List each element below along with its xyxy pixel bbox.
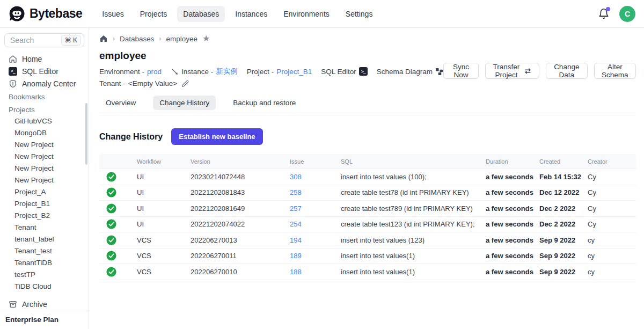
establish-baseline-button[interactable]: Establish new baseline xyxy=(171,128,262,145)
cell-workflow: UI xyxy=(137,220,191,228)
cell-creator: Cy xyxy=(588,188,636,196)
transfer-project-button[interactable]: Transfer Project xyxy=(485,63,539,79)
table-row[interactable]: UI 20230214072448 308 insert into test v… xyxy=(99,169,636,185)
meta-tenant: Tenant - <Empty Value> xyxy=(99,79,189,87)
meta-environment: Environment - prod xyxy=(99,68,162,76)
table-row[interactable]: VCS 202206270010 188 insert into test va… xyxy=(99,264,636,280)
edit-pencil-icon[interactable] xyxy=(181,80,189,87)
sidebar-project-item[interactable]: tenant_label xyxy=(0,233,89,245)
instance-engine-icon xyxy=(171,68,179,76)
instance-link[interactable]: 新实例 xyxy=(216,67,238,76)
sidebar-item-sql-editor[interactable]: >_ SQL Editor xyxy=(0,65,89,77)
issue-link[interactable]: 254 xyxy=(290,220,341,228)
sidebar: ⌘ K Home >_ SQL Editor Anomaly Center xyxy=(0,28,89,329)
sidebar-project-item[interactable]: testTP xyxy=(0,269,89,281)
issue-link[interactable]: 194 xyxy=(290,236,341,244)
change-data-button[interactable]: Change Data xyxy=(546,63,588,79)
sidebar-project-item[interactable]: Tenant xyxy=(0,222,89,233)
tab-change-history[interactable]: Change History xyxy=(153,96,216,110)
nav-item-environments[interactable]: Environments xyxy=(277,6,335,22)
sidebar-item-label: Home xyxy=(22,55,42,63)
cell-creator: cy xyxy=(588,236,636,244)
breadcrumb-employee[interactable]: employee xyxy=(166,35,198,43)
table-row[interactable]: VCS 202206270011 189 insert into test va… xyxy=(99,248,636,265)
project-item-label: New Project xyxy=(14,152,54,160)
cell-duration: a few seconds xyxy=(486,188,539,196)
sidebar-project-item[interactable]: New Project xyxy=(0,163,89,174)
meta-schema-diagram[interactable]: Schema Diagram xyxy=(377,68,443,76)
tab-backup-and-restore[interactable]: Backup and restore xyxy=(226,96,302,110)
issue-link[interactable]: 257 xyxy=(290,204,341,213)
cell-workflow: VCS xyxy=(137,268,191,276)
cell-created: Dec 2 2022 xyxy=(539,204,588,213)
sidebar-project-item[interactable]: MongoDB xyxy=(0,127,89,139)
brand[interactable]: Bytebase xyxy=(9,5,82,22)
sidebar-project-item[interactable]: Project_A xyxy=(0,186,89,198)
sidebar-item-home[interactable]: Home xyxy=(0,53,89,65)
project-item-label: Tenant xyxy=(14,223,36,231)
notification-bell-icon[interactable] xyxy=(598,8,610,20)
project-item-label: Project_B1 xyxy=(14,200,50,208)
breadcrumb-home-icon[interactable] xyxy=(99,34,108,43)
sidebar-project-item[interactable]: Project_B1 xyxy=(0,198,89,210)
favorite-star-icon[interactable]: ★ xyxy=(202,34,210,43)
alter-schema-button[interactable]: Alter Schema xyxy=(594,63,636,79)
search-shortcut-badge: ⌘ K xyxy=(61,35,81,46)
cell-creator: Cy xyxy=(588,220,636,228)
cell-creator: Cy xyxy=(588,204,636,213)
bytebase-logo-icon xyxy=(9,5,25,22)
cell-created: Sep 9 2022 xyxy=(539,268,588,276)
meta-sql-editor[interactable]: SQL Editor >_ xyxy=(321,67,368,76)
status-success-icon xyxy=(106,235,116,245)
cell-created: Sep 9 2022 xyxy=(539,236,588,244)
sidebar-item-label: Archive xyxy=(22,300,47,309)
archive-icon xyxy=(9,300,17,309)
nav-item-settings[interactable]: Settings xyxy=(340,6,379,22)
search-input[interactable] xyxy=(10,36,58,45)
plan-label[interactable]: Enterprise Plan xyxy=(0,311,89,329)
meta-instance: Instance - 新实例 xyxy=(171,67,238,76)
sidebar-project-item[interactable]: Tenant_test xyxy=(0,245,89,257)
swap-arrows-icon xyxy=(524,68,532,75)
top-navigation-bar: Bytebase Issues Projects Databases Insta… xyxy=(0,0,644,28)
issue-link[interactable]: 188 xyxy=(290,268,341,276)
sidebar-item-archive[interactable]: Archive xyxy=(0,298,89,311)
sidebar-project-item[interactable]: GitHubVCS xyxy=(0,115,89,127)
cell-version: 20221202081649 xyxy=(191,204,290,213)
breadcrumb-databases[interactable]: Databases xyxy=(120,35,155,43)
table-row[interactable]: VCS 202206270013 194 insert into test va… xyxy=(99,232,636,248)
cell-duration: a few seconds xyxy=(486,204,539,213)
sidebar-project-item[interactable]: TiDB Cloud xyxy=(0,281,89,293)
sync-now-button[interactable]: Sync Now xyxy=(443,63,479,79)
notification-dot xyxy=(606,7,610,11)
environment-link[interactable]: prod xyxy=(147,68,162,76)
sidebar-project-item[interactable]: New Project xyxy=(0,151,89,163)
search-box[interactable]: ⌘ K xyxy=(4,33,84,47)
sidebar-scrollbar[interactable] xyxy=(85,103,87,165)
meta-project: Project - Project_B1 xyxy=(247,68,312,76)
tab-overview[interactable]: Overview xyxy=(99,96,142,110)
table-row[interactable]: UI 20221202074022 254 create table test1… xyxy=(99,217,636,233)
issue-link[interactable]: 258 xyxy=(290,188,341,196)
sidebar-project-item[interactable]: TenantTiDB xyxy=(0,257,89,269)
table-row[interactable]: UI 20221202081843 258 create table test7… xyxy=(99,185,636,201)
schema-diagram-icon xyxy=(435,68,443,76)
nav-item-databases[interactable]: Databases xyxy=(177,6,225,22)
cell-workflow: VCS xyxy=(137,236,191,244)
project-link[interactable]: Project_B1 xyxy=(276,68,312,76)
sidebar-project-item[interactable]: Project_B2 xyxy=(0,210,89,222)
header-issue: Issue xyxy=(290,158,341,165)
project-item-label: New Project xyxy=(14,176,54,184)
cell-created: Feb 14 15:32 xyxy=(539,173,588,181)
issue-link[interactable]: 189 xyxy=(290,252,341,260)
cell-duration: a few seconds xyxy=(486,220,539,228)
sidebar-project-item[interactable]: New Project xyxy=(0,139,89,151)
nav-item-projects[interactable]: Projects xyxy=(134,6,173,22)
sidebar-item-anomaly-center[interactable]: Anomaly Center xyxy=(0,77,89,90)
nav-item-issues[interactable]: Issues xyxy=(96,6,129,22)
table-row[interactable]: UI 20221202081649 257 create table test7… xyxy=(99,201,636,217)
issue-link[interactable]: 308 xyxy=(290,173,341,181)
nav-item-instances[interactable]: Instances xyxy=(229,6,273,22)
user-avatar[interactable]: C xyxy=(619,6,635,22)
sidebar-project-item[interactable]: New Project xyxy=(0,174,89,186)
